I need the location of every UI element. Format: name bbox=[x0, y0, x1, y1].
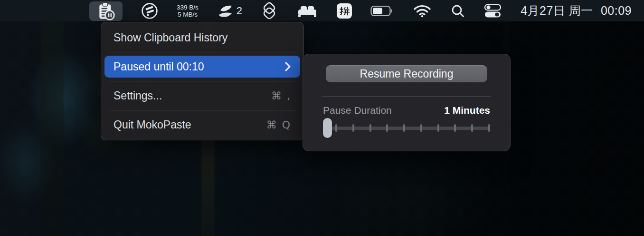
slider-tick bbox=[335, 124, 337, 132]
menubar-clock[interactable]: 4月27日 周一 00:09 bbox=[521, 0, 632, 21]
control-center-menubar-icon[interactable] bbox=[484, 0, 502, 21]
menu-item-shortcut: ⌘ , bbox=[271, 90, 291, 102]
bed-menubar-icon[interactable] bbox=[296, 0, 318, 21]
resume-recording-button[interactable]: Resume Recording bbox=[326, 65, 487, 82]
app-logo-menubar-icon[interactable] bbox=[141, 0, 158, 21]
clock-date: 4月27日 周一 bbox=[521, 3, 593, 19]
mokopaste-menu: Show Clipboard History Paused until 00:1… bbox=[101, 22, 304, 140]
slider-tick bbox=[471, 124, 473, 132]
slider-tick bbox=[420, 124, 422, 132]
clipboard-pause-icon bbox=[96, 2, 115, 21]
bed-icon bbox=[296, 2, 318, 20]
pause-duration-slider[interactable] bbox=[323, 118, 490, 138]
control-center-icon bbox=[484, 3, 502, 19]
input-method-menubar-icon[interactable] bbox=[337, 0, 352, 21]
menu-item-settings[interactable]: Settings... ⌘ , bbox=[104, 85, 300, 107]
slider-tick bbox=[386, 124, 388, 132]
menu-item-label: Settings... bbox=[114, 89, 162, 102]
search-icon bbox=[450, 3, 465, 19]
leaf-badge-count: 2 bbox=[237, 5, 242, 17]
pause-submenu: Resume Recording Pause Duration 1 Minute… bbox=[303, 54, 511, 151]
slider-ticks bbox=[335, 124, 490, 132]
wifi-icon bbox=[413, 4, 432, 18]
clock-time: 00:09 bbox=[601, 4, 632, 18]
menu-item-label: Show Clipboard History bbox=[114, 31, 227, 44]
slider-tick bbox=[403, 124, 405, 132]
slider-thumb[interactable] bbox=[323, 118, 332, 138]
leaf-badge-menubar-icon[interactable]: 2 bbox=[217, 0, 242, 21]
pinyin-input-icon bbox=[337, 3, 352, 19]
spotlight-menubar-icon[interactable] bbox=[450, 0, 465, 21]
menu-item-label: Quit MokoPaste bbox=[114, 118, 191, 131]
battery-menubar-icon[interactable] bbox=[370, 0, 394, 21]
battery-icon bbox=[370, 5, 394, 17]
slider-tick bbox=[369, 124, 371, 132]
tree-trunk bbox=[41, 21, 64, 236]
slider-tick bbox=[437, 124, 439, 132]
slider-tick bbox=[352, 124, 354, 132]
pause-duration-value: 1 Minutes bbox=[444, 105, 490, 116]
slider-tick bbox=[454, 124, 456, 132]
clipboard-paused-menubar-icon[interactable] bbox=[89, 1, 123, 21]
menu-separator bbox=[109, 52, 296, 52]
layers-icon bbox=[261, 2, 278, 20]
menu-item-show-clipboard-history[interactable]: Show Clipboard History bbox=[104, 27, 300, 49]
menu-item-label: Paused until 00:10 bbox=[114, 60, 204, 73]
circle-logo-icon bbox=[141, 2, 158, 20]
network-speed-up: 339 B/s bbox=[177, 4, 199, 11]
leaf-icon bbox=[217, 3, 234, 19]
submenu-separator bbox=[322, 96, 491, 97]
menu-separator bbox=[109, 81, 296, 81]
pause-duration-label: Pause Duration bbox=[323, 105, 392, 116]
menu-item-paused-until[interactable]: Paused until 00:10 bbox=[104, 56, 300, 78]
menu-separator bbox=[109, 110, 296, 110]
menu-bar: 339 B/s 5 MB/s 2 bbox=[0, 0, 644, 21]
wifi-menubar-icon[interactable] bbox=[413, 0, 432, 21]
slider-tick bbox=[488, 124, 490, 132]
network-speed-down: 5 MB/s bbox=[177, 11, 199, 18]
menu-item-shortcut: ⌘ Q bbox=[266, 119, 291, 131]
layers-menubar-icon[interactable] bbox=[261, 0, 278, 21]
chevron-right-icon bbox=[284, 61, 291, 72]
menu-item-quit-mokopaste[interactable]: Quit MokoPaste ⌘ Q bbox=[104, 114, 300, 136]
network-speed-indicator[interactable]: 339 B/s 5 MB/s bbox=[177, 0, 199, 21]
